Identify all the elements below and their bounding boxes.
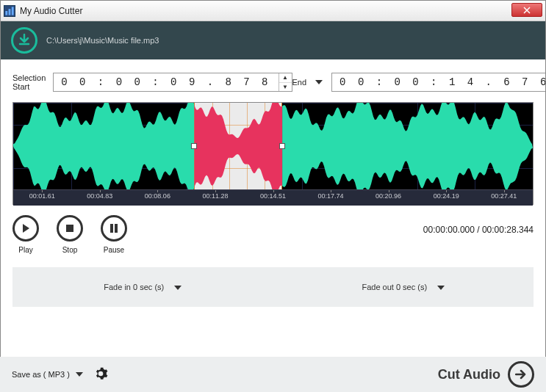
play-button[interactable]: Play: [12, 215, 39, 254]
selection-handle-start[interactable]: [191, 143, 197, 149]
gear-icon: [93, 366, 108, 381]
selection-controls: Selection Start 0 0 : 0 0 : 0 9 . 8 7 8 …: [12, 73, 534, 92]
chevron-down-icon: [76, 372, 83, 377]
selection-end-spinner[interactable]: 0 0 : 0 0 : 1 4 . 6 7 6 ▲ ▼: [331, 73, 546, 92]
waveform-container: 00:01.6100:04.8300:08.0600:11.2800:14.51…: [12, 102, 534, 205]
play-icon: [21, 223, 31, 233]
fade-out-dropdown[interactable]: [437, 283, 445, 291]
ruler-tick: 00:24.19: [434, 192, 459, 200]
settings-button[interactable]: [93, 366, 108, 382]
ruler-tick: 00:08.06: [145, 192, 170, 200]
svg-rect-0: [5, 11, 7, 15]
start-step-down[interactable]: ▼: [279, 83, 292, 92]
selection-start-value: 0 0 : 0 0 : 0 9 . 8 7 8: [54, 76, 278, 88]
selection-handle-end[interactable]: [279, 143, 285, 149]
window-title: My Audio Cutter: [20, 6, 82, 16]
ruler-tick: 00:11.28: [202, 192, 228, 200]
time-ruler: 00:01.6100:04.8300:08.0600:11.2800:14.51…: [13, 189, 533, 206]
arrow-right-icon: [515, 369, 527, 380]
fade-out-label: Fade out 0 sec (s): [362, 283, 427, 291]
chevron-down-icon: [437, 286, 445, 290]
svg-rect-8: [115, 224, 118, 233]
playback-controls: Play Stop Pause 00:00:00.000 / 00:00:28.…: [1, 205, 545, 260]
svg-rect-7: [110, 224, 113, 233]
waveform-area[interactable]: [13, 103, 533, 189]
selection-start-spinner[interactable]: 0 0 : 0 0 : 0 9 . 8 7 8 ▲ ▼: [53, 73, 292, 92]
stop-icon: [65, 224, 74, 233]
fade-in-label: Fade in 0 sec (s): [104, 283, 164, 291]
save-as-dropdown[interactable]: Save as ( MP3 ): [12, 370, 83, 379]
pause-icon: [109, 223, 118, 233]
selection-end-value: 0 0 : 0 0 : 1 4 . 6 7 6: [332, 76, 546, 88]
ruler-tick: 00:01.61: [29, 192, 55, 200]
chevron-down-icon: [315, 80, 323, 84]
selection-start-label: Selection Start: [12, 73, 46, 91]
fade-in-dropdown[interactable]: [174, 283, 182, 291]
app-icon: [4, 5, 15, 17]
start-step-up[interactable]: ▲: [279, 73, 292, 83]
add-file-button[interactable]: [11, 27, 37, 54]
chevron-down-icon: [174, 286, 182, 290]
selection-end-label: End: [292, 78, 307, 87]
header-bar: C:\Users\j\Music\Music file.mp3: [1, 21, 545, 59]
close-button[interactable]: [511, 3, 542, 17]
cut-audio-button[interactable]: Cut Audio: [438, 361, 534, 388]
pause-button[interactable]: Pause: [101, 215, 127, 254]
title-bar: My Audio Cutter: [1, 1, 545, 21]
end-dropdown[interactable]: [314, 77, 324, 87]
download-arrow-icon: [17, 33, 32, 48]
file-path: C:\Users\j\Music\Music file.mp3: [46, 36, 159, 45]
time-display: 00:00:00.000 / 00:00:28.344: [423, 225, 534, 235]
ruler-tick: 00:14.51: [260, 192, 286, 200]
selection-region[interactable]: [194, 103, 282, 189]
ruler-tick: 00:04.83: [87, 192, 112, 200]
footer-bar: Save as ( MP3 ) Cut Audio: [0, 357, 546, 392]
ruler-tick: 00:17.74: [318, 192, 344, 200]
svg-rect-1: [9, 9, 11, 15]
stop-button[interactable]: Stop: [57, 215, 83, 254]
ruler-tick: 00:27.41: [491, 192, 517, 200]
svg-rect-2: [12, 7, 14, 15]
fade-panel: Fade in 0 sec (s) Fade out 0 sec (s): [12, 267, 534, 307]
ruler-tick: 00:20.96: [376, 192, 401, 200]
svg-rect-6: [66, 225, 73, 232]
